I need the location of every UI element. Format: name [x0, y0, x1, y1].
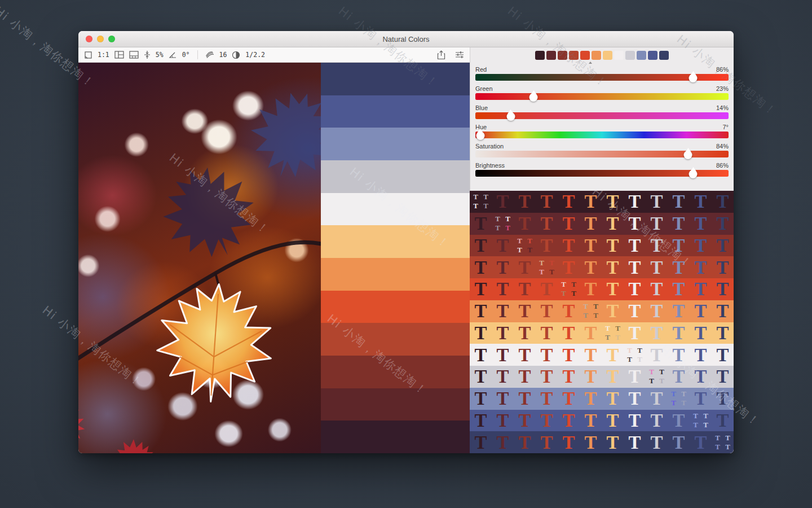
palette-strip[interactable] — [321, 95, 470, 128]
grain-icon[interactable] — [205, 51, 214, 59]
layout-sidebar-icon[interactable] — [114, 51, 124, 59]
palette-strip[interactable] — [321, 225, 470, 258]
preview-letter: T — [496, 235, 509, 256]
slider-thumb[interactable] — [689, 74, 698, 82]
palette-swatch[interactable] — [614, 51, 624, 60]
preview-letter: T — [584, 410, 597, 431]
grid-cell-variants: TTTT — [712, 431, 734, 453]
palette-strip[interactable] — [321, 63, 470, 95]
preview-letter: T — [606, 388, 619, 409]
variant-letter: T — [637, 346, 642, 355]
fit-to-window-icon[interactable] — [84, 51, 92, 59]
palette-swatch[interactable] — [569, 51, 579, 60]
palette-swatch[interactable] — [603, 51, 612, 60]
grid-cell: T — [558, 235, 580, 257]
grid-cell: T — [514, 388, 536, 410]
variant-letter: T — [725, 443, 730, 452]
slider-list: Red86%Green23%Blue14%Hue7°Saturation84%B… — [475, 65, 729, 177]
slider-track[interactable] — [475, 132, 729, 138]
palette-swatch[interactable] — [558, 51, 567, 60]
minimize-button[interactable] — [97, 36, 104, 42]
palette-strip[interactable] — [321, 421, 470, 453]
source-photo[interactable] — [78, 63, 321, 453]
palette-swatch[interactable] — [535, 51, 545, 60]
zoom-ratio-label[interactable]: 1:1 — [98, 51, 109, 59]
preview-letter: T — [606, 278, 619, 300]
slider-thumb[interactable] — [506, 112, 515, 121]
slider-track[interactable] — [475, 112, 729, 119]
adjustments-icon[interactable] — [455, 51, 464, 59]
slider-thumb[interactable] — [476, 132, 484, 140]
palette-strip[interactable] — [321, 291, 470, 323]
palette-strip[interactable] — [321, 193, 470, 226]
grid-cell: T — [712, 388, 734, 410]
palette-swatch[interactable] — [625, 51, 635, 60]
slider-thumb[interactable] — [689, 170, 698, 178]
variant-letter: T — [605, 324, 610, 333]
preview-letter: T — [606, 235, 619, 256]
gamma-icon[interactable] — [232, 51, 240, 59]
slider-track[interactable] — [475, 74, 729, 81]
variant-letter: T — [681, 389, 686, 398]
grid-cell-variants: TTTT — [602, 322, 624, 344]
grid-cell: T — [492, 431, 514, 453]
grid-cell: T — [514, 191, 536, 213]
share-icon[interactable] — [437, 50, 445, 60]
layout-bottombar-icon[interactable] — [129, 51, 139, 59]
gamma-value-label[interactable]: 1/2.2 — [245, 51, 265, 59]
preview-letter: T — [694, 278, 707, 300]
preview-letter: T — [540, 278, 553, 300]
grid-cell: T — [712, 300, 734, 322]
preview-letter: T — [474, 257, 487, 278]
grid-cell: T — [558, 300, 580, 322]
slider-track[interactable] — [475, 170, 729, 177]
slider-thumb[interactable] — [529, 93, 538, 102]
variant-letter: T — [671, 389, 676, 398]
grid-cell: T — [602, 278, 624, 300]
palette-swatch[interactable] — [592, 51, 601, 60]
grid-cell: T — [624, 300, 646, 322]
palette-swatch[interactable] — [580, 51, 590, 60]
preview-letter: T — [694, 191, 707, 212]
preview-letter: T — [628, 432, 641, 453]
palette-swatch[interactable] — [659, 51, 669, 60]
selected-swatch-marker — [589, 62, 592, 64]
slider-track[interactable] — [475, 151, 729, 157]
preview-letter: T — [650, 322, 663, 344]
palette-swatch[interactable] — [648, 51, 657, 60]
feather-amount-icon[interactable] — [144, 50, 151, 59]
palette-swatch[interactable] — [637, 51, 646, 60]
palette-swatch[interactable] — [546, 51, 556, 60]
preview-letter: T — [716, 191, 729, 212]
preview-letter: T — [474, 278, 487, 300]
preview-letter: T — [474, 388, 487, 409]
grain-count-label[interactable]: 16 — [219, 51, 227, 59]
close-button[interactable] — [86, 36, 92, 42]
palette-strip[interactable] — [321, 388, 470, 421]
grid-cell: T — [492, 300, 514, 322]
angle-icon[interactable] — [169, 51, 177, 59]
variant-letter: T — [659, 367, 664, 376]
slider-track[interactable] — [475, 93, 729, 100]
grid-cell: T — [668, 431, 690, 453]
slider-thumb[interactable] — [684, 151, 692, 159]
grid-cell: T — [536, 431, 558, 453]
variant-letter: T — [495, 214, 500, 224]
palette-strip[interactable] — [321, 323, 470, 356]
grid-cell: T — [668, 300, 690, 322]
grid-cell: T — [602, 344, 624, 366]
palette-strip[interactable] — [321, 160, 470, 193]
preview-letter: T — [518, 388, 531, 409]
palette-strip[interactable] — [321, 356, 470, 388]
palette-strip[interactable] — [321, 128, 470, 160]
zoom-button[interactable] — [108, 36, 115, 42]
preview-letter: T — [716, 344, 729, 366]
preview-letter: T — [716, 235, 729, 256]
angle-value-label[interactable]: 0° — [182, 51, 190, 59]
palette-strip[interactable] — [321, 258, 470, 291]
preview-letter: T — [650, 300, 663, 322]
preview-letter: T — [584, 432, 597, 453]
grid-cell-variants: TTTT — [668, 388, 690, 410]
preview-letter: T — [650, 257, 663, 278]
feather-percent-label[interactable]: 5% — [156, 51, 164, 59]
